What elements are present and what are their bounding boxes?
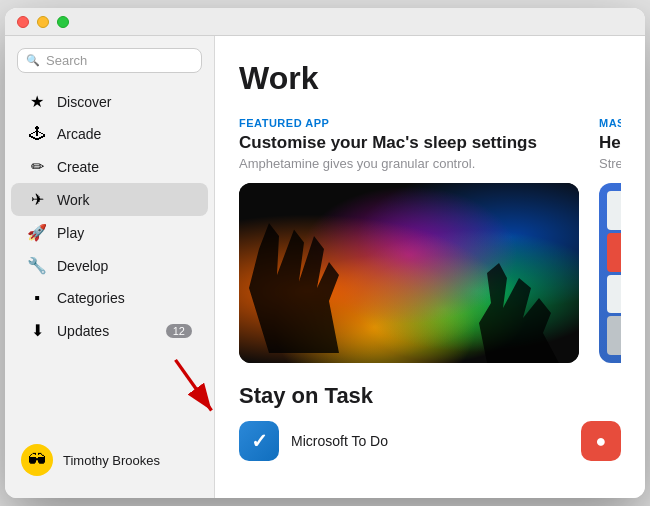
right-card-image[interactable] <box>599 183 621 363</box>
maximize-button[interactable] <box>57 16 69 28</box>
app-window: 🔍 Search ★ Discover 🕹 Arcade ✏ Create <box>5 8 645 498</box>
content-area: 🔍 Search ★ Discover 🕹 Arcade ✏ Create <box>5 36 645 498</box>
img-block <box>607 191 621 230</box>
featured-subtitle: Amphetamine gives you granular control. <box>239 156 579 171</box>
work-icon: ✈ <box>27 190 47 209</box>
ms-todo-label: Microsoft To Do <box>291 433 388 449</box>
develop-icon: 🔧 <box>27 256 47 275</box>
search-bar[interactable]: 🔍 Search <box>17 48 202 73</box>
traffic-lights <box>17 16 69 28</box>
featured-app-title-right: Help Ma <box>599 133 621 153</box>
categories-icon: ▪ <box>27 289 47 307</box>
sidebar: 🔍 Search ★ Discover 🕹 Arcade ✏ Create <box>5 36 215 498</box>
featured-subtitle-right: Streami <box>599 156 621 171</box>
user-profile[interactable]: 🕶 Timothy Brookes <box>5 434 214 486</box>
sidebar-item-label: Play <box>57 225 84 241</box>
sidebar-item-play[interactable]: 🚀 Play <box>11 216 208 249</box>
sidebar-item-label: Categories <box>57 290 125 306</box>
main-content: Work FEATURED APP Customise your Mac's s… <box>215 36 645 498</box>
play-icon: 🚀 <box>27 223 47 242</box>
sidebar-item-label: Create <box>57 159 99 175</box>
updates-badge: 12 <box>166 324 192 338</box>
featured-app-title: Customise your Mac's sleep settings <box>239 133 579 153</box>
titlebar <box>5 8 645 36</box>
right-img-grid <box>599 183 621 363</box>
minimize-button[interactable] <box>37 16 49 28</box>
stay-on-task-row: ✓ Microsoft To Do ● <box>239 421 621 461</box>
sidebar-item-work[interactable]: ✈ Work <box>11 183 208 216</box>
another-app-icon[interactable]: ● <box>581 421 621 461</box>
search-icon: 🔍 <box>26 54 40 67</box>
sidebar-item-arcade[interactable]: 🕹 Arcade <box>11 118 208 150</box>
search-placeholder: Search <box>46 53 87 68</box>
avatar: 🕶 <box>21 444 53 476</box>
section-title: Stay on Task <box>239 383 621 409</box>
sidebar-item-categories[interactable]: ▪ Categories <box>11 282 208 314</box>
featured-label-right: MASTER YO <box>599 117 621 129</box>
hand-art-bg <box>239 183 579 363</box>
sidebar-item-develop[interactable]: 🔧 Develop <box>11 249 208 282</box>
featured-image[interactable] <box>239 183 579 363</box>
sidebar-item-label: Arcade <box>57 126 101 142</box>
img-block <box>607 275 621 314</box>
close-button[interactable] <box>17 16 29 28</box>
sidebar-item-discover[interactable]: ★ Discover <box>11 85 208 118</box>
sidebar-item-label: Discover <box>57 94 111 110</box>
featured-row: FEATURED APP Customise your Mac's sleep … <box>239 117 621 363</box>
page-title: Work <box>239 60 621 97</box>
hand-silhouette <box>239 183 579 363</box>
img-block <box>607 233 621 272</box>
sidebar-item-label: Work <box>57 192 89 208</box>
sidebar-item-create[interactable]: ✏ Create <box>11 150 208 183</box>
discover-icon: ★ <box>27 92 47 111</box>
user-name: Timothy Brookes <box>63 453 160 468</box>
featured-card-right[interactable]: MASTER YO Help Ma Streami <box>599 117 621 363</box>
featured-card-left[interactable]: FEATURED APP Customise your Mac's sleep … <box>239 117 579 363</box>
featured-label: FEATURED APP <box>239 117 579 129</box>
create-icon: ✏ <box>27 157 47 176</box>
another-app-glyph: ● <box>596 431 607 452</box>
updates-icon: ⬇ <box>27 321 47 340</box>
sidebar-item-label: Develop <box>57 258 108 274</box>
arcade-icon: 🕹 <box>27 125 47 143</box>
ms-todo-icon[interactable]: ✓ <box>239 421 279 461</box>
sidebar-item-label: Updates <box>57 323 109 339</box>
sidebar-item-updates[interactable]: ⬇ Updates 12 <box>11 314 208 347</box>
img-block <box>607 316 621 355</box>
